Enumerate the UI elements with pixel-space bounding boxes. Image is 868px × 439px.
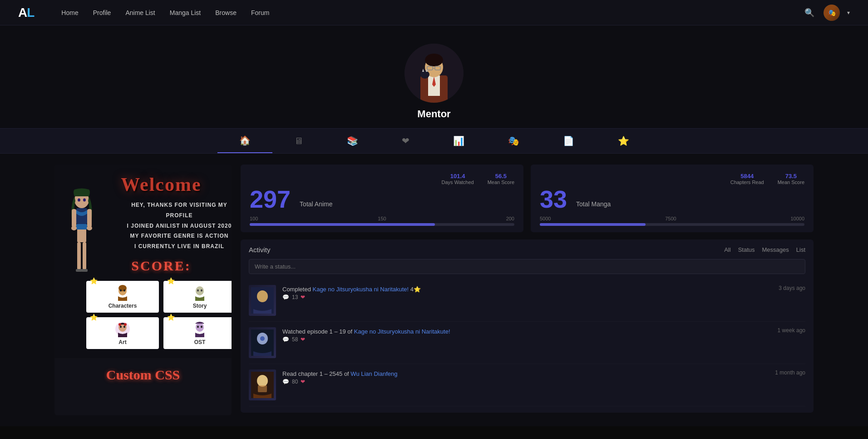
- filter-all[interactable]: All: [724, 246, 730, 253]
- activity-link-2[interactable]: Kage no Jitsuryokusha ni Naritakute!: [354, 328, 450, 335]
- svg-rect-12: [72, 209, 76, 227]
- chevron-down-icon[interactable]: ▾: [847, 10, 850, 16]
- svg-point-34: [124, 323, 127, 326]
- status-input[interactable]: [249, 259, 805, 274]
- ost-icon: [192, 321, 208, 337]
- activity-reactions-1: 💬 13 ❤: [282, 294, 805, 300]
- activity-text-2: Watched episode 1 – 19 of Kage no Jitsur…: [282, 327, 450, 336]
- svg-rect-11: [76, 208, 87, 224]
- filter-list[interactable]: List: [796, 246, 805, 253]
- svg-point-37: [196, 323, 204, 332]
- story-label: Story: [193, 303, 207, 309]
- activity-thumb-1: [249, 285, 276, 316]
- activity-item: Completed Kage no Jitsuryokusha ni Narit…: [249, 279, 805, 322]
- activity-text-1: Completed Kage no Jitsuryokusha ni Narit…: [282, 285, 421, 294]
- activity-thumb-3: [249, 369, 276, 400]
- nav-profile[interactable]: Profile: [93, 9, 111, 16]
- svg-point-21: [87, 226, 92, 230]
- tab-reviews[interactable]: 🎭: [486, 129, 541, 153]
- characters-label: Characters: [108, 303, 137, 309]
- nav-anime-list[interactable]: Anime List: [125, 9, 155, 16]
- activity-item: Watched episode 1 – 19 of Kage no Jitsur…: [249, 322, 805, 364]
- anime-progress: 100 150 200: [250, 216, 514, 226]
- activity-header: Activity All Status Messages List: [249, 246, 805, 254]
- chapters-read-stat: 5844 Chapters Read: [730, 173, 764, 185]
- activity-reactions-2: 💬 58 ❤: [282, 336, 805, 343]
- svg-point-39: [201, 325, 202, 328]
- left-panel: Welcome HEY, THANKS FOR VISITING MY PROF…: [54, 165, 232, 415]
- custom-css-label: Custom CSS: [54, 358, 232, 389]
- svg-point-41: [257, 290, 268, 302]
- total-manga-label: Total Manga: [576, 200, 611, 208]
- main-content: Welcome HEY, THANKS FOR VISITING MY PROF…: [0, 154, 868, 426]
- tab-favorites[interactable]: ❤: [380, 129, 431, 153]
- svg-point-23: [83, 199, 86, 202]
- score-characters: ⭐ Characters: [86, 281, 159, 313]
- avatar-art: [404, 44, 464, 103]
- svg-rect-15: [76, 224, 87, 229]
- svg-point-36: [123, 325, 125, 328]
- search-icon[interactable]: 🔍: [803, 6, 816, 20]
- manga-progress: 5000 7500 10000: [540, 216, 804, 226]
- svg-point-9: [420, 70, 429, 79]
- right-panel: 101.4 Days Watched 56.5 Mean Score 297 T…: [241, 165, 814, 415]
- svg-point-27: [123, 289, 125, 291]
- activity-filters: All Status Messages List: [724, 246, 805, 253]
- svg-rect-19: [81, 269, 88, 272]
- activity-link-3[interactable]: Wu Lian Dianfeng: [350, 370, 397, 377]
- tab-stats[interactable]: 📊: [431, 129, 486, 153]
- activity-link-1[interactable]: Kage no Jitsuryokusha ni Naritakute!: [312, 286, 409, 293]
- activity-time-3: 1 month ago: [775, 369, 805, 376]
- svg-point-35: [120, 325, 122, 328]
- tab-overview[interactable]: 🏠: [217, 129, 272, 153]
- filter-messages[interactable]: Messages: [762, 246, 789, 253]
- nav-right: 🔍 🎭 ▾: [803, 5, 850, 21]
- nav-manga-list[interactable]: Manga List: [170, 9, 201, 16]
- welcome-banner: Welcome HEY, THANKS FOR VISITING MY PROF…: [54, 165, 232, 358]
- nav-browse[interactable]: Browse: [215, 9, 237, 16]
- profile-header: Mentor: [0, 25, 868, 128]
- mean-score-manga-stat: 73.5 Mean Score: [778, 173, 804, 185]
- art-label: Art: [118, 339, 126, 345]
- total-manga-value: 33: [540, 187, 567, 211]
- svg-point-5: [425, 54, 443, 66]
- story-icon: [192, 284, 208, 301]
- nav-home[interactable]: Home: [61, 9, 78, 16]
- total-anime-label: Total Anime: [300, 200, 332, 208]
- svg-point-46: [257, 375, 268, 387]
- total-anime-value: 297: [250, 187, 291, 211]
- tab-submissions[interactable]: 📄: [541, 129, 596, 153]
- svg-point-33: [118, 323, 121, 326]
- svg-rect-47: [258, 385, 267, 392]
- profile-tabs: 🏠 🖥 📚 ❤ 📊 🎭 📄 ⭐: [0, 128, 868, 154]
- tab-manga-list[interactable]: 📚: [325, 129, 380, 153]
- manga-stats-card: 5844 Chapters Read 73.5 Mean Score 33 To…: [531, 165, 814, 232]
- svg-point-20: [71, 226, 77, 230]
- anime-stats-card: 101.4 Days Watched 56.5 Mean Score 297 T…: [241, 165, 523, 232]
- svg-point-22: [78, 199, 80, 202]
- filter-status[interactable]: Status: [738, 246, 755, 253]
- activity-title: Activity: [249, 246, 271, 254]
- activity-section: Activity All Status Messages List: [241, 239, 814, 413]
- score-story: ⭐ Story: [163, 281, 232, 313]
- svg-point-44: [260, 336, 265, 341]
- ost-label: OST: [194, 339, 206, 345]
- activity-thumb-2: [249, 327, 276, 358]
- activity-time-1: 3 days ago: [779, 285, 805, 291]
- profile-username: Mentor: [417, 108, 450, 120]
- svg-rect-17: [83, 242, 86, 269]
- logo[interactable]: AL: [18, 5, 34, 20]
- score-art: ⭐ Art: [86, 317, 159, 349]
- tab-anime-list[interactable]: 🖥: [272, 130, 325, 153]
- avatar[interactable]: 🎭: [824, 5, 840, 21]
- score-ost: ⭐ OST: [163, 317, 232, 349]
- score-grid: ⭐ Characters ⭐: [82, 281, 232, 349]
- characters-icon: [114, 284, 131, 301]
- svg-rect-18: [76, 269, 82, 272]
- svg-point-30: [201, 289, 202, 291]
- svg-point-25: [118, 285, 127, 291]
- svg-point-28: [196, 286, 204, 295]
- stats-row: 101.4 Days Watched 56.5 Mean Score 297 T…: [241, 165, 814, 232]
- nav-forum[interactable]: Forum: [251, 9, 269, 16]
- tab-recommendations[interactable]: ⭐: [596, 129, 651, 153]
